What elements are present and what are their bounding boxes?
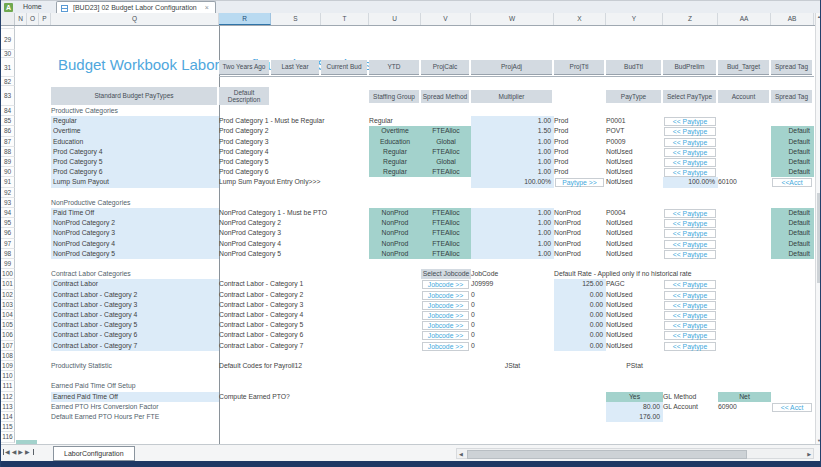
row-header-89[interactable]: 89 <box>1 157 15 167</box>
cell-Q94[interactable]: Paid Time Off <box>51 208 219 218</box>
cell-V96[interactable]: FTEAlloc <box>421 228 471 238</box>
horizontal-scrollbar[interactable]: ◀ ▶ <box>456 448 814 459</box>
cell-AB95[interactable]: Default <box>771 218 814 228</box>
cell-W94[interactable]: 1.00 <box>471 208 554 218</box>
row-header-85[interactable]: 85 <box>1 116 15 126</box>
tab-home[interactable]: Home <box>17 1 48 13</box>
cell-Q87[interactable]: Education <box>51 137 219 147</box>
column-header-P[interactable]: P <box>39 13 51 25</box>
cell-Q88[interactable]: Prod Category 4 <box>51 147 219 157</box>
button-jobcode-V107[interactable]: Jobcode >> <box>422 342 469 351</box>
column-header-R[interactable]: R <box>219 13 271 25</box>
cell-Y112[interactable]: Yes <box>606 392 663 402</box>
button-paytype-Z102[interactable]: << Paytype <box>664 291 716 300</box>
cell-Q104[interactable]: Contract Labor - Category 4 <box>51 310 219 320</box>
row-header-30[interactable]: 30 <box>1 50 15 58</box>
row-header-90[interactable]: 90 <box>1 167 15 177</box>
cell-X103[interactable]: 0.00 <box>554 300 606 310</box>
cell-U95[interactable]: NonProd <box>369 218 421 228</box>
cell-Q97[interactable]: NonProd Category 4 <box>51 239 219 249</box>
button-paytype-Z95[interactable]: << Paytype <box>664 219 716 228</box>
cell-U94[interactable]: NonProd <box>369 208 421 218</box>
cell-Q102[interactable]: Contract Labor - Category 2 <box>51 290 219 300</box>
row-header-83[interactable]: 83 <box>1 86 15 106</box>
column-header-W[interactable]: W <box>471 13 554 25</box>
cell-AB96[interactable]: Default <box>771 228 814 238</box>
row-header-116[interactable]: 116 <box>1 432 15 442</box>
next-sheet-icon[interactable]: ▶ <box>18 449 25 455</box>
cell-U98[interactable]: NonProd <box>369 249 421 259</box>
cell-Q112[interactable]: Earned Paid Time Off <box>51 392 219 402</box>
cell-V89[interactable]: Global <box>421 157 471 167</box>
button-paytype-Z104[interactable]: << Paytype <box>664 311 716 320</box>
button-paytype-Z97[interactable]: << Paytype <box>664 240 716 249</box>
cell-U89[interactable]: Regular <box>369 157 421 167</box>
cell-W89[interactable]: 1.00 <box>471 157 554 167</box>
cell-V87[interactable]: Global <box>421 137 471 147</box>
button-jobcode-V106[interactable]: Jobcode >> <box>422 331 469 340</box>
cell-W90[interactable]: 1.00 <box>471 167 554 177</box>
cell-Z91[interactable]: 100.00% <box>663 177 718 187</box>
cell-AA112[interactable]: Net <box>718 392 771 402</box>
row-header-111[interactable]: 111 <box>1 381 15 391</box>
column-header-S[interactable]: S <box>271 13 321 25</box>
cell-Q90[interactable]: Prod Category 6 <box>51 167 219 177</box>
cell-V88[interactable]: FTEAlloc <box>421 147 471 157</box>
button-paytype-Z96[interactable]: << Paytype <box>664 229 716 238</box>
cell-AB88[interactable]: Default <box>771 147 814 157</box>
scroll-right-icon[interactable]: ▶ <box>807 450 811 458</box>
column-header-Y[interactable]: Y <box>606 13 663 25</box>
row-header-92[interactable]: 92 <box>1 188 15 198</box>
button-paytype-Z103[interactable]: << Paytype <box>664 301 716 310</box>
cell-W97[interactable]: 1.00 <box>471 239 554 249</box>
row-header-105[interactable]: 105 <box>1 320 15 330</box>
cell-W98[interactable]: 1.00 <box>471 249 554 259</box>
scroll-up-icon[interactable]: ▲ <box>817 14 821 19</box>
cell-U90[interactable]: Regular <box>369 167 421 177</box>
cell-Q101[interactable]: Contract Labor <box>51 279 219 289</box>
cell-X107[interactable]: 0.00 <box>554 341 606 351</box>
column-header-X[interactable]: X <box>554 13 606 25</box>
cell-U96[interactable]: NonProd <box>369 228 421 238</box>
row-header-87[interactable]: 87 <box>1 137 15 147</box>
row-header-101[interactable]: 101 <box>1 279 15 289</box>
cell-AB94[interactable]: Default <box>771 208 814 218</box>
button-paytype-Z87[interactable]: << Paytype <box>664 138 716 147</box>
column-header-AA[interactable]: AA <box>718 13 771 25</box>
cell-Q105[interactable]: Contract Labor - Category 5 <box>51 320 219 330</box>
cell-AB87[interactable]: Default <box>771 137 814 147</box>
cell-W96[interactable]: 1.00 <box>471 228 554 238</box>
button-paytype-Z90[interactable]: << Paytype <box>664 168 716 177</box>
cell-AB90[interactable]: Default <box>771 167 814 177</box>
close-tab-icon[interactable]: × <box>205 4 209 11</box>
row-header-91[interactable]: 91 <box>1 177 15 187</box>
row-header-98[interactable]: 98 <box>1 249 15 259</box>
button-acct-AB91[interactable]: <<Acct <box>772 178 812 187</box>
cell-W95[interactable]: 1.00 <box>471 218 554 228</box>
scroll-down-icon[interactable]: ▼ <box>817 438 821 443</box>
button-jobcode-V101[interactable]: Jobcode >> <box>422 280 469 289</box>
button-paytype-Z86[interactable]: << Paytype <box>664 127 716 136</box>
button-paytype-Z88[interactable]: << Paytype <box>664 148 716 157</box>
row-header-96[interactable]: 96 <box>1 228 15 238</box>
last-sheet-icon[interactable]: ▶ <box>25 449 34 455</box>
cell-W85[interactable]: 1.00 <box>471 116 554 126</box>
row-header-110[interactable]: 110 <box>1 371 15 381</box>
row-header-103[interactable]: 103 <box>1 300 15 310</box>
cell-Q107[interactable]: Contract Labor - Category 7 <box>51 341 219 351</box>
vertical-scrollbar[interactable]: ▲ ▼ <box>815 13 821 444</box>
row-header-104[interactable]: 104 <box>1 310 15 320</box>
cell-X104[interactable]: 0.00 <box>554 310 606 320</box>
column-header-U[interactable]: U <box>369 13 421 25</box>
scroll-left-icon[interactable]: ◀ <box>459 450 463 458</box>
first-sheet-icon[interactable]: ◀ <box>3 449 12 455</box>
button-paytype-Z85[interactable]: << Paytype <box>664 117 716 126</box>
cell-W91[interactable]: 100.00% <box>471 177 554 187</box>
cell-W87[interactable]: 1.00 <box>471 137 554 147</box>
cell-Q91[interactable]: Lump Sum Payout <box>51 177 219 187</box>
button-paytype-Z107[interactable]: << Paytype <box>664 342 716 351</box>
button-paytype-Z89[interactable]: << Paytype <box>664 158 716 167</box>
sheet-tab-laborconfiguration[interactable]: LaborConfiguration <box>53 446 135 461</box>
row-header-94[interactable]: 94 <box>1 208 15 218</box>
cell-V86[interactable]: FTEAlloc <box>421 126 471 136</box>
